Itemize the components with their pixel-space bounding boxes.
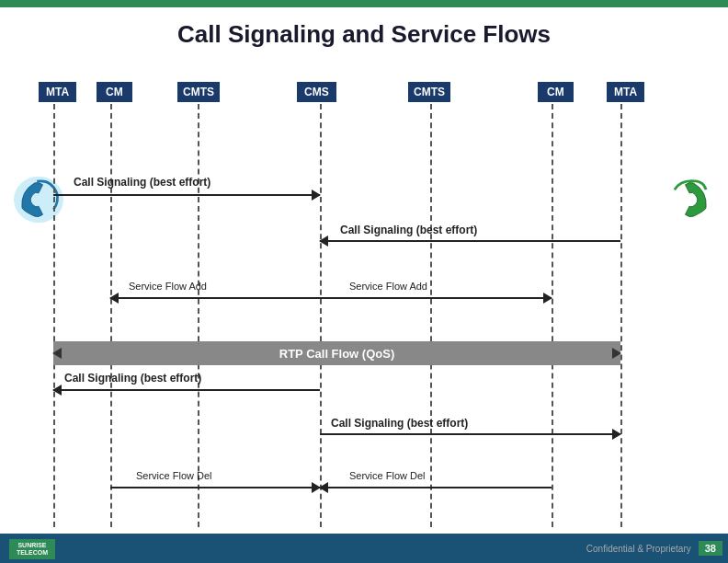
arrow-sfa1-label: Service Flow Add <box>129 281 207 292</box>
vline-mta1 <box>53 104 55 527</box>
vline-cm1 <box>110 104 112 527</box>
arrow-cs3 <box>53 389 320 391</box>
phone-right-icon <box>656 167 722 233</box>
arrow-cs2 <box>320 240 620 242</box>
vline-mta2 <box>620 104 622 527</box>
arrow-sfa2-label: Service Flow Add <box>349 281 427 292</box>
node-cmts1: CMTS <box>177 82 220 102</box>
node-mta2: MTA <box>607 82 644 102</box>
arrow-cs3-label: Call Signaling (best effort) <box>64 372 201 385</box>
arrow-sfa1 <box>110 297 320 299</box>
page-number: 38 <box>699 541 722 556</box>
node-cm2: CM <box>538 82 574 102</box>
node-cms: CMS <box>297 82 336 102</box>
arrow-cs1 <box>53 194 320 196</box>
vline-cm2 <box>552 104 553 527</box>
arrow-cs2-label: Call Signaling (best effort) <box>340 224 477 236</box>
node-mta1: MTA <box>39 82 76 102</box>
top-bar <box>0 0 728 7</box>
rtp-label: RTP Call Flow (QoS) <box>279 347 394 361</box>
vline-cms <box>320 104 322 527</box>
arrow-cs1-label: Call Signaling (best effort) <box>74 176 210 189</box>
node-cm1: CM <box>97 82 132 102</box>
arrow-sfd2 <box>320 487 552 488</box>
page-title: Call Signaling and Service Flows <box>0 20 728 49</box>
arrow-sfd1 <box>110 487 320 488</box>
vline-cmts2 <box>430 104 432 527</box>
arrow-sfa2 <box>320 297 552 299</box>
arrow-cs4 <box>320 433 620 435</box>
arrow-sfd1-label: Service Flow Del <box>136 470 212 481</box>
rtp-bar: RTP Call Flow (QoS) <box>53 341 620 365</box>
confidential-text: Confidential & Proprietary <box>586 544 691 554</box>
vline-cmts1 <box>198 104 199 527</box>
footer-bar: SUNRISETELECOM Confidential & Proprietar… <box>0 534 728 563</box>
arrow-sfd2-label: Service Flow Del <box>349 470 426 481</box>
logo: SUNRISETELECOM <box>9 539 55 559</box>
node-cmts2: CMTS <box>408 82 450 102</box>
phone-left-icon <box>6 167 72 233</box>
diagram-area: MTA CM CMTS CMS CMTS CM MTA Call Signali… <box>0 56 728 534</box>
arrow-cs4-label: Call Signaling (best effort) <box>331 417 468 430</box>
